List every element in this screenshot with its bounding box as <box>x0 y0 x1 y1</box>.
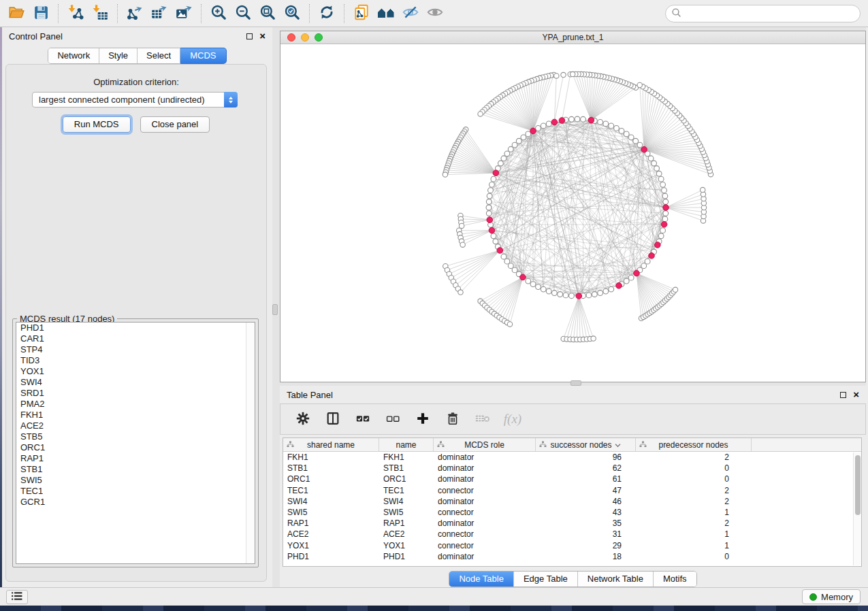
table-row[interactable]: FKH1FKH1dominator962 <box>283 452 861 463</box>
search-input[interactable] <box>682 7 860 20</box>
tab-network-table[interactable]: Network Table <box>578 572 654 587</box>
table-scrollbar-thumb[interactable] <box>855 455 861 515</box>
run-mcds-button[interactable]: Run MCDS <box>63 116 131 133</box>
mcds-result-item[interactable]: CAR1 <box>16 333 255 344</box>
column-header-mcds-role[interactable]: MCDS role <box>434 438 536 451</box>
import-table-icon <box>91 3 109 23</box>
show-all-button[interactable] <box>423 2 447 25</box>
table-row[interactable]: ACE2ACE2connector311 <box>283 529 861 540</box>
column-header-predecessor-nodes[interactable]: predecessor nodes <box>636 438 752 451</box>
close-panel-button[interactable]: Close panel <box>140 116 210 133</box>
search-icon <box>671 7 682 20</box>
control-panel-title: Control Panel <box>9 31 63 42</box>
mcds-result-item[interactable]: SRD1 <box>16 388 255 399</box>
refresh-arrows-icon <box>318 3 336 23</box>
tab-edge-table[interactable]: Edge Table <box>514 572 578 587</box>
close-panel-icon[interactable]: × <box>259 33 266 39</box>
mcds-result-item[interactable]: SWI4 <box>16 377 255 388</box>
tab-motifs[interactable]: Motifs <box>654 572 696 587</box>
mcds-result-item[interactable]: PMA2 <box>16 399 255 410</box>
network-window-titlebar[interactable]: YPA_prune.txt_1 <box>280 31 865 44</box>
export-table-icon <box>150 3 168 23</box>
clear-selection-button[interactable] <box>383 409 403 429</box>
table-row[interactable]: RAP1RAP1dominator352 <box>283 518 861 529</box>
mcds-result-item[interactable]: STB5 <box>16 431 255 442</box>
tab-select[interactable]: Select <box>138 48 180 63</box>
status-bar: Memory <box>0 587 868 606</box>
zoom-selected-button[interactable] <box>280 2 304 25</box>
mcds-result-item[interactable]: TID3 <box>16 355 255 366</box>
table-row[interactable]: STB1STB1dominator620 <box>283 463 861 474</box>
delete-columns-button[interactable] <box>443 409 463 429</box>
import-table-button[interactable] <box>88 2 112 25</box>
mcds-result-item[interactable]: ACE2 <box>16 420 255 431</box>
float-panel-icon[interactable] <box>840 392 846 398</box>
import-network-button[interactable] <box>63 2 88 25</box>
column-header-shared-name[interactable]: shared name <box>283 438 379 451</box>
mcds-result-item[interactable]: PHD1 <box>16 323 255 333</box>
select-all-button[interactable] <box>353 409 373 429</box>
table-scrollbar[interactable] <box>853 452 861 565</box>
memory-button[interactable]: Memory <box>802 589 861 604</box>
tab-node-table[interactable]: Node Table <box>449 572 514 587</box>
search-box[interactable] <box>665 5 861 22</box>
mcds-result-item[interactable]: GCR1 <box>16 497 255 508</box>
task-history-button[interactable] <box>6 590 28 604</box>
eye-slash-icon <box>402 3 419 23</box>
mcds-result-item[interactable]: SWI5 <box>16 475 255 486</box>
tree-icon <box>639 441 647 450</box>
table-settings-button[interactable] <box>293 409 313 429</box>
new-network-from-selection-button[interactable] <box>349 2 374 25</box>
table-row[interactable]: ORC1ORC1dominator610 <box>283 474 861 484</box>
zoom-fit-button[interactable] <box>255 2 280 25</box>
mcds-result-item[interactable]: YOX1 <box>16 366 255 377</box>
save-session-button[interactable] <box>29 2 53 25</box>
optimization-criterion-select[interactable]: largest connected component (undirected) <box>32 92 238 108</box>
table-row[interactable]: SWI5SWI5connector431 <box>283 507 861 518</box>
tab-mcds[interactable]: MCDS <box>180 48 226 64</box>
table-row[interactable]: TEC1TEC1connector472 <box>283 485 861 496</box>
column-header-successor-nodes[interactable]: successor nodes <box>536 438 636 451</box>
table-row[interactable]: YOX1YOX1connector291 <box>283 540 861 551</box>
splitter-grip[interactable] <box>570 380 581 386</box>
apply-layout-button[interactable] <box>315 2 339 25</box>
mcds-result-item[interactable]: RAP1 <box>16 453 255 464</box>
tab-network[interactable]: Network <box>48 48 99 63</box>
zoom-in-icon <box>210 3 227 23</box>
mcds-result-item[interactable]: FKH1 <box>16 410 255 420</box>
first-neighbors-button[interactable] <box>374 2 398 25</box>
control-panel-tabs: Network Style Select MCDS <box>2 48 272 64</box>
export-table-button[interactable] <box>147 2 172 25</box>
vertical-splitter[interactable] <box>272 27 278 587</box>
export-image-button[interactable] <box>172 2 196 25</box>
export-image-icon <box>175 3 193 23</box>
mcds-result-list[interactable]: PHD1 CAR1 STP4 TID3 YOX1 SWI4 SRD1 PMA2 … <box>16 322 255 564</box>
toolbar-separator <box>344 4 344 23</box>
show-columns-button[interactable] <box>323 409 343 429</box>
table-row[interactable]: PHD1PHD1dominator180 <box>283 551 861 562</box>
splitter-grip[interactable] <box>272 304 278 315</box>
open-file-button[interactable] <box>4 2 29 25</box>
table-panel-tabs: Node Table Edge Table Network Table Moti… <box>280 571 866 587</box>
zoom-selected-icon <box>283 3 301 23</box>
table-header-row: shared name name MCDS role successor nod… <box>283 438 861 452</box>
column-header-name[interactable]: name <box>379 438 434 451</box>
network-window-title: YPA_prune.txt_1 <box>280 33 865 42</box>
zoom-out-button[interactable] <box>231 2 255 25</box>
float-panel-icon[interactable] <box>246 33 253 39</box>
table-row[interactable]: SWI4SWI4dominator462 <box>283 496 861 507</box>
list-icon <box>11 591 23 603</box>
network-canvas[interactable] <box>280 44 865 382</box>
mcds-result-item[interactable]: TEC1 <box>16 486 255 497</box>
mcds-result-group: MCDS result (17 nodes) PHD1 CAR1 STP4 TI… <box>12 318 259 567</box>
mcds-result-item[interactable]: STP4 <box>16 344 255 355</box>
mcds-list-scrollbar[interactable] <box>246 323 255 563</box>
mcds-result-item[interactable]: ORC1 <box>16 442 255 453</box>
close-panel-icon[interactable]: × <box>853 391 859 398</box>
hide-selected-button[interactable] <box>398 2 423 25</box>
export-network-button[interactable] <box>123 2 147 25</box>
tab-style[interactable]: Style <box>99 48 138 63</box>
zoom-in-button[interactable] <box>206 2 231 25</box>
add-column-button[interactable] <box>413 409 433 429</box>
mcds-result-item[interactable]: STB1 <box>16 464 255 475</box>
